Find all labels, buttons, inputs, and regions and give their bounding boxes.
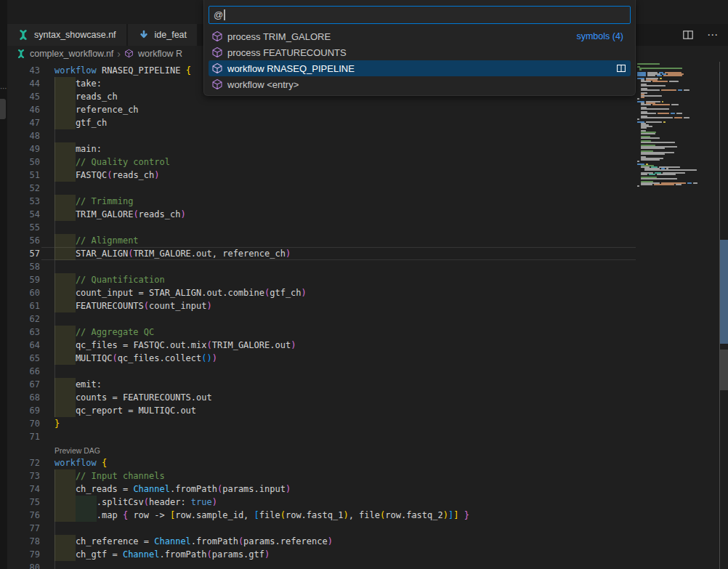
clipped-scrollbar-stub[interactable] [0,99,6,119]
quick-open-item[interactable]: workflow RNASEQ_PIPELINE [209,60,631,76]
token: take: [76,78,102,89]
code-line[interactable]: 57STAR_ALIGN(TRIM_GALORE.out, reference_… [7,247,636,260]
code-line[interactable]: 67emit: [7,378,636,391]
breadcrumb-file[interactable]: complex_workflow.nf [30,49,113,59]
minimap-token [637,75,646,76]
codelens-preview-dag[interactable]: Preview DAG [54,446,100,455]
code-line[interactable]: 65MULTIQC(qc_files.collect()) [7,352,636,365]
code-line[interactable]: 54TRIM_GALORE(reads_ch) [7,208,636,221]
code-line[interactable]: 58 [7,260,636,273]
line-number[interactable]: 69 [7,404,40,417]
code-line[interactable]: 78ch_reference = Channel.fromPath(params… [7,535,636,548]
code-line[interactable]: 53// Trimming [7,195,636,208]
vertical-scrollbar[interactable] [720,62,728,569]
code-line[interactable]: 55 [7,221,636,234]
line-number[interactable]: 80 [7,561,40,569]
code-line[interactable]: 50// Quality control [7,156,636,169]
code-line[interactable]: 63// Aggregate QC [7,326,636,339]
code-line[interactable]: 48 [7,129,636,142]
line-number[interactable]: 70 [7,417,40,430]
tab-syntax-showcase[interactable]: syntax_showcase.nf [7,24,126,46]
line-number[interactable]: 77 [7,522,40,535]
token: counts = [76,392,123,403]
code-line[interactable]: 46reference_ch [7,103,636,116]
token: .fromPath [160,549,207,560]
line-number[interactable]: 78 [7,535,40,548]
quick-open-item[interactable]: process TRIM_GALOREsymbols (4) [209,28,631,44]
code-editor[interactable]: 43workflow RNASEQ_PIPELINE {44take:45rea… [7,62,636,569]
line-number[interactable]: 48 [7,129,40,142]
code-line[interactable]: 70} [7,417,636,430]
more-actions-icon[interactable]: ⋯ [706,28,719,41]
line-number[interactable]: 74 [7,483,40,496]
line-number[interactable]: 43 [7,64,40,77]
code-line[interactable]: 47gtf_ch [7,116,636,129]
code-line[interactable]: 77 [7,522,636,535]
line-number[interactable]: 51 [7,169,40,182]
line-number[interactable]: 75 [7,496,40,509]
line-number[interactable]: 63 [7,326,40,339]
line-number[interactable]: 62 [7,312,40,326]
minimap-token [637,98,639,100]
code-line[interactable]: 60count_input = STAR_ALIGN.out.combine(g… [7,286,636,299]
quick-open-item[interactable]: process FEATURECOUNTS [209,44,631,60]
line-number[interactable]: 79 [7,548,40,561]
line-number[interactable]: 76 [7,509,40,522]
minimap[interactable] [637,63,718,565]
scrollbar-range-decoration[interactable] [720,240,728,344]
code-line[interactable]: 69qc_report = MULTIQC.out [7,404,636,417]
line-number[interactable]: 52 [7,182,40,195]
line-number[interactable]: 46 [7,103,40,116]
line-number[interactable]: 65 [7,352,40,365]
line-number[interactable]: 66 [7,365,40,378]
line-number[interactable]: 44 [7,77,40,90]
line-number[interactable]: 68 [7,391,40,404]
code-line[interactable]: 64qc_files = FASTQC.out.mix(TRIM_GALORE.… [7,339,636,352]
open-to-side-icon[interactable] [615,62,628,74]
code-line[interactable]: 68counts = FEATURECOUNTS.out [7,391,636,404]
code-line[interactable]: 71 [7,430,636,443]
code-line[interactable]: 76.map { row -> [row.sample_id, [file(ro… [7,509,636,522]
line-number[interactable]: 55 [7,221,40,234]
code-line[interactable]: 62 [7,312,636,326]
code-line[interactable]: 72workflow { [7,456,636,469]
breadcrumb-symbol[interactable]: workflow R [138,49,182,59]
line-number[interactable]: 45 [7,90,40,103]
code-line[interactable]: 74ch_reads = Channel.fromPath(params.inp… [7,483,636,496]
code-line[interactable]: 59// Quantification [7,273,636,286]
code-line[interactable]: 56// Alignment [7,234,636,247]
line-number[interactable]: 49 [7,142,40,156]
line-number[interactable]: 58 [7,260,40,273]
line-number[interactable]: 56 [7,234,40,247]
line-number[interactable]: 60 [7,286,40,299]
split-editor-icon[interactable] [682,28,695,41]
quick-open-input[interactable]: @ [209,6,631,24]
code-line[interactable]: 49main: [7,142,636,156]
line-number[interactable]: 57 [7,247,40,260]
quick-open-item[interactable]: workflow <entry> [209,76,631,92]
line-number[interactable]: 72 [7,456,40,469]
line-number[interactable]: 64 [7,339,40,352]
line-number[interactable]: 53 [7,195,40,208]
line-number[interactable]: 71 [7,430,40,443]
line-number[interactable]: 73 [7,469,40,483]
token: qc_files = [76,340,133,350]
code-line[interactable]: 61FEATURECOUNTS(count_input) [7,299,636,312]
code-line[interactable]: 80 [7,561,636,569]
code-line[interactable]: 52 [7,182,636,195]
line-number[interactable]: 61 [7,299,40,312]
code-line[interactable]: 79ch_gtf = Channel.fromPath(params.gtf) [7,548,636,561]
line-number[interactable]: 47 [7,116,40,129]
tab-ide-features[interactable]: ide_feat [128,24,197,46]
code-line[interactable]: 73// Input channels [7,469,636,483]
code-line[interactable]: 75.splitCsv(header: true) [7,496,636,509]
code-line[interactable]: 66 [7,365,636,378]
scrollbar-thumb[interactable] [720,350,728,390]
code-line[interactable]: 51FASTQC(reads_ch) [7,169,636,182]
line-number[interactable]: 59 [7,273,40,286]
line-number[interactable]: 54 [7,208,40,221]
line-number[interactable]: 67 [7,378,40,391]
token: emit: [76,379,102,390]
minimap-token [639,69,642,70]
line-number[interactable]: 50 [7,156,40,169]
